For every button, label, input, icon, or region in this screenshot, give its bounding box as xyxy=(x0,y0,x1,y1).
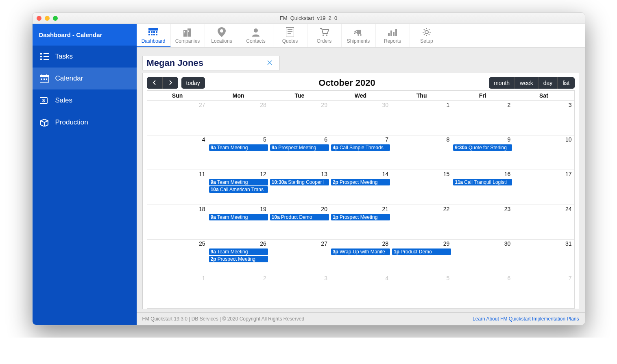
calendar-cell[interactable]: 27 xyxy=(269,240,330,274)
calendar-cell[interactable]: 8 xyxy=(391,135,452,170)
calendar-cell[interactable]: 269aTeam Meeting2pProspect Meeting xyxy=(208,240,269,274)
calendar-icon xyxy=(40,74,49,83)
calendar-cell[interactable]: 31 xyxy=(513,240,574,274)
calendar-cell[interactable]: 211pProspect Meeting xyxy=(330,205,391,240)
today-button[interactable]: today xyxy=(181,77,205,89)
calendar-event[interactable]: 11aCall Tranquil Logisti xyxy=(453,179,512,185)
calendar-cell[interactable]: 24 xyxy=(513,205,574,240)
day-number: 28 xyxy=(260,102,266,108)
calendar-event[interactable]: 9aTeam Meeting xyxy=(209,144,268,151)
calendar-event[interactable]: 3pWrap-Up with Manife xyxy=(331,248,390,255)
topnav-reports[interactable]: Reports xyxy=(376,24,410,47)
sidebar-item-calendar[interactable]: Calendar xyxy=(33,68,137,89)
view-month-button[interactable]: month xyxy=(489,77,515,89)
calendar-event[interactable]: 2pProspect Meeting xyxy=(209,256,268,262)
topnav-orders[interactable]: Orders xyxy=(307,24,342,47)
calendar-event[interactable]: 9aTeam Meeting xyxy=(209,179,268,185)
calendar-cell[interactable]: 283pWrap-Up with Manife xyxy=(330,240,391,274)
calendar-cell[interactable]: 1 xyxy=(391,101,452,135)
calendar-cell[interactable]: 25 xyxy=(147,240,208,274)
calendar-cell[interactable]: 29 xyxy=(269,101,330,135)
calendar-cell[interactable]: 18 xyxy=(147,205,208,240)
calendar-cell[interactable]: 6 xyxy=(452,274,513,309)
calendar-cell[interactable]: 27 xyxy=(147,101,208,135)
topnav-companies[interactable]: Companies xyxy=(171,24,205,47)
view-day-button[interactable]: day xyxy=(538,77,558,89)
topnav-dashboard[interactable]: Dashboard xyxy=(137,24,171,47)
calendar-event[interactable]: 1pProspect Meeting xyxy=(331,214,390,220)
calendar-cell[interactable]: 2 xyxy=(208,274,269,309)
calendar-event[interactable]: 9aTeam Meeting xyxy=(209,248,268,255)
topnav-locations[interactable]: Locations xyxy=(205,24,239,47)
calendar-cell[interactable]: 2010aProduct Demo xyxy=(269,205,330,240)
sidebar-item-sales[interactable]: $Sales xyxy=(33,89,137,111)
topnav-label: Orders xyxy=(309,38,340,44)
view-week-button[interactable]: week xyxy=(515,77,538,89)
clear-person-button[interactable] xyxy=(264,59,275,68)
topnav-quotes[interactable]: Quotes xyxy=(273,24,307,47)
svg-rect-10 xyxy=(41,78,42,80)
sidebar-item-tasks[interactable]: Tasks xyxy=(33,46,137,68)
next-button[interactable] xyxy=(163,77,178,89)
calendar-cell[interactable]: 15 xyxy=(391,170,452,205)
calendar-cell[interactable]: 3 xyxy=(269,274,330,309)
topnav-contacts[interactable]: Contacts xyxy=(239,24,273,47)
calendar-cell[interactable]: 59aTeam Meeting xyxy=(208,135,269,170)
calendar-cell[interactable]: 74pCall Simple Threads xyxy=(330,135,391,170)
calendar-event[interactable]: 10aProduct Demo xyxy=(270,214,329,220)
sidebar-header: Dashboard - Calendar xyxy=(33,24,137,46)
calendar-cell[interactable]: 30 xyxy=(452,240,513,274)
svg-rect-43 xyxy=(393,32,395,36)
calendar-event[interactable]: 10aCall American Trans xyxy=(209,186,268,193)
calendar-cell[interactable]: 4 xyxy=(330,274,391,309)
calendar-cell[interactable]: 17 xyxy=(513,170,574,205)
calendar-cell[interactable]: 69aProspect Meeting xyxy=(269,135,330,170)
calendar-cell[interactable]: 11 xyxy=(147,170,208,205)
event-title: Prospect Meeting xyxy=(278,145,316,150)
topnav-label: Companies xyxy=(172,38,203,44)
calendar-event[interactable]: 9aTeam Meeting xyxy=(209,214,268,220)
calendar-event[interactable]: 10:30aSterling Cooper I xyxy=(270,179,329,185)
calendar-event[interactable]: 2pProspect Meeting xyxy=(331,179,390,185)
chevron-left-icon xyxy=(153,80,157,85)
day-number: 7 xyxy=(385,136,388,143)
calendar-cell[interactable]: 1 xyxy=(147,274,208,309)
svg-rect-5 xyxy=(44,59,49,60)
companies-icon xyxy=(172,27,203,37)
calendar-cell[interactable]: 5 xyxy=(391,274,452,309)
calendar-cell[interactable]: 7 xyxy=(513,274,574,309)
calendar-cell[interactable]: 99:30aQuote for Sterling xyxy=(452,135,513,170)
prev-button[interactable] xyxy=(147,77,163,89)
calendar-cell[interactable]: 1611aCall Tranquil Logisti xyxy=(452,170,513,205)
footer-link[interactable]: Learn About FM Quickstart Implementation… xyxy=(473,316,579,322)
calendar-event[interactable]: 9:30aQuote for Sterling xyxy=(453,144,512,151)
calendar-cell[interactable]: 4 xyxy=(147,135,208,170)
event-time: 2p xyxy=(211,256,216,262)
sidebar-item-production[interactable]: Production xyxy=(33,111,137,133)
calendar-event[interactable]: 9aProspect Meeting xyxy=(270,144,329,151)
calendar-cell[interactable]: 199aTeam Meeting xyxy=(208,205,269,240)
calendar-cell[interactable]: 22 xyxy=(391,205,452,240)
calendar-cell[interactable]: 2 xyxy=(452,101,513,135)
topnav-setup[interactable]: Setup xyxy=(410,24,444,47)
view-list-button[interactable]: list xyxy=(557,77,574,89)
calendar-cell[interactable]: 291pProduct Demo xyxy=(391,240,452,274)
calendar-cell[interactable]: 142pProspect Meeting xyxy=(330,170,391,205)
calendar-row: 459aTeam Meeting69aProspect Meeting74pCa… xyxy=(147,135,574,170)
calendar-cell[interactable]: 30 xyxy=(330,101,391,135)
top-nav: DashboardCompaniesLocationsContactsQuote… xyxy=(137,24,585,48)
calendar-cell[interactable]: 129aTeam Meeting10aCall American Trans xyxy=(208,170,269,205)
calendar-cell[interactable]: 3 xyxy=(513,101,574,135)
calendar-cell[interactable]: 10 xyxy=(513,135,574,170)
day-number: 8 xyxy=(446,136,449,143)
calendar-cell[interactable]: 23 xyxy=(452,205,513,240)
topnav-label: Contacts xyxy=(241,38,271,44)
quotes-icon xyxy=(275,27,305,37)
calendar-cell[interactable]: 28 xyxy=(208,101,269,135)
topnav-shipments[interactable]: Shipments xyxy=(342,24,376,47)
day-number: 30 xyxy=(504,240,511,247)
calendar-cell[interactable]: 1310:30aSterling Cooper I xyxy=(269,170,330,205)
day-number: 6 xyxy=(324,136,327,143)
calendar-event[interactable]: 4pCall Simple Threads xyxy=(331,144,390,151)
calendar-event[interactable]: 1pProduct Demo xyxy=(392,248,451,255)
